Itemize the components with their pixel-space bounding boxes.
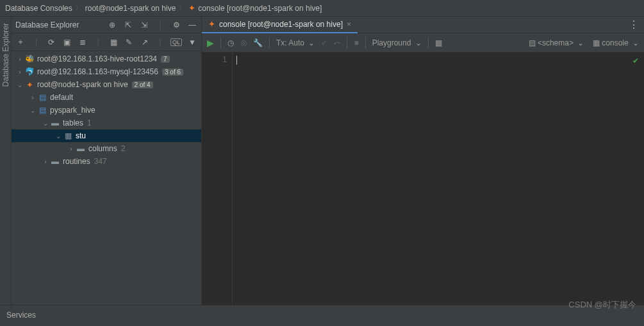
tree-schema[interactable]: ⌄ ▤ pyspark_hive <box>12 104 201 117</box>
history-icon[interactable]: ◷ <box>227 38 234 47</box>
target-icon[interactable]: ⊕ <box>107 20 117 29</box>
divider <box>365 37 366 49</box>
stop-icon[interactable]: ▣ <box>62 38 72 47</box>
mysql-icon: 🐬 <box>24 67 35 76</box>
services-label: Services <box>6 311 36 320</box>
folder-icon: ▬ <box>76 144 86 153</box>
playground-dropdown[interactable]: Playground ⌄ <box>372 38 422 47</box>
database-explorer-panel: Database Explorer ⊕ ⇱ ⇲ | ⚙ — + | ⟳ ▣ ≣ … <box>12 17 202 305</box>
check-icon[interactable]: ✔ <box>632 56 639 65</box>
tree-folder-columns[interactable]: › ▬ columns 2 <box>12 142 201 155</box>
grid-icon[interactable]: ▦ <box>108 38 119 47</box>
tree-folder-routines[interactable]: › ▬ routines 347 <box>12 155 201 168</box>
console-dropdown[interactable]: ▦ console ⌄ <box>593 38 639 47</box>
breadcrumb-console-label: console [root@node1-spark on hive] <box>198 4 322 13</box>
run-button[interactable]: ▶ <box>207 38 214 48</box>
editor-tabbar: ✦ console [root@node1-spark on hive] × ⋮ <box>202 17 644 33</box>
wrench-icon[interactable]: 🔧 <box>253 38 263 47</box>
tree-datasource[interactable]: ⌄ ✦ root@node1-spark on hive 2 of 4 <box>12 78 201 91</box>
divider <box>347 37 347 49</box>
chevron-right-icon: › <box>67 145 76 152</box>
gutter: 1 <box>202 53 233 305</box>
spark-icon: ✦ <box>24 80 35 90</box>
rollback-icon[interactable]: ⤺ <box>334 38 340 47</box>
expand-icon[interactable]: ⇲ <box>139 20 149 29</box>
tree-label: root@node1-spark on hive <box>37 80 128 89</box>
chevron-right-icon: 〉 <box>75 3 83 13</box>
tree-folder-tables[interactable]: ⌄ ▬ tables 1 <box>12 117 201 129</box>
database-explorer-vtab[interactable]: Database Explorer <box>1 20 10 89</box>
tree-datasource[interactable]: › 🐝 root@192.168.1.163-hive-root1234 7 <box>12 53 201 65</box>
breadcrumb-console[interactable]: ✦ console [root@node1-spark on hive] <box>188 3 322 13</box>
gear-icon[interactable]: ⚙ <box>171 20 181 29</box>
tree-label: root@192.168.1.163-hive-root1234 <box>37 54 157 63</box>
table-icon: ▦ <box>63 131 73 140</box>
explain-icon[interactable]: ◎ <box>240 38 247 47</box>
tree-label: stu <box>76 131 86 140</box>
code-editor[interactable]: 1 ✔ <box>202 53 644 305</box>
tool-window-stripe: Database Explorer <box>0 17 12 305</box>
divider <box>269 37 270 49</box>
count-badge: 3 of 6 <box>162 69 183 76</box>
stop-icon[interactable]: ■ <box>354 38 358 47</box>
tree-table-stu[interactable]: ⌄ ▦ stu <box>12 129 201 142</box>
stack-icon[interactable]: ≣ <box>78 38 88 47</box>
chevron-right-icon: › <box>41 158 50 165</box>
folder-icon: ▬ <box>50 118 60 127</box>
divider: | <box>155 20 165 29</box>
schema-dropdown[interactable]: ▤ <schema> ⌄ <box>529 38 584 47</box>
tree-label: tables <box>63 118 83 127</box>
tree-label: default <box>50 93 73 102</box>
spark-icon: ✦ <box>208 19 215 29</box>
breadcrumb-root[interactable]: Database Consoles <box>5 4 72 13</box>
chevron-right-icon: › <box>15 69 24 76</box>
add-icon[interactable]: + <box>15 38 26 47</box>
divider: | <box>93 38 103 47</box>
tree-label: columns <box>88 144 117 153</box>
count-label: 2 <box>121 144 126 153</box>
tree-schema[interactable]: › ▤ default <box>12 91 201 104</box>
chevron-down-icon: ⌄ <box>15 81 24 88</box>
editor-area: ✦ console [root@node1-spark on hive] × ⋮… <box>202 17 644 305</box>
pencil-icon[interactable]: ✎ <box>124 38 134 47</box>
tree-label: root@192.168.1.163-mysql-123456 <box>37 67 158 76</box>
tx-mode-dropdown[interactable]: Tx: Auto ⌄ <box>276 38 315 47</box>
services-panel-tab[interactable]: Services <box>0 305 644 324</box>
schema-icon: ▤ <box>37 93 47 102</box>
chevron-right-icon: › <box>15 56 24 63</box>
count-badge: 2 of 4 <box>132 81 153 88</box>
sidebar-toolbar: + | ⟳ ▣ ≣ | ▦ ✎ ↗ | QL ▼ <box>12 33 201 51</box>
text-cursor <box>236 56 237 65</box>
editor-tab-console[interactable]: ✦ console [root@node1-spark on hive] × <box>202 17 358 33</box>
divider: | <box>31 38 41 47</box>
more-icon[interactable]: ⋮ <box>629 19 639 31</box>
jump-icon[interactable]: ↗ <box>140 38 150 47</box>
divider <box>220 37 221 49</box>
divider: | <box>155 38 165 47</box>
view-icon[interactable]: ▦ <box>435 38 442 47</box>
breadcrumb: Database Consoles 〉 root@node1-spark on … <box>0 0 644 17</box>
line-number: 1 <box>207 55 227 64</box>
tree-label: pyspark_hive <box>50 106 95 115</box>
collapse-icon[interactable]: ⇱ <box>123 20 133 29</box>
ql-icon[interactable]: QL <box>170 38 182 46</box>
count-badge: 7 <box>161 56 170 63</box>
chevron-right-icon: › <box>28 94 37 101</box>
code-content[interactable] <box>233 53 644 305</box>
database-tree[interactable]: › 🐝 root@192.168.1.163-hive-root1234 7 ›… <box>12 51 201 305</box>
tree-datasource[interactable]: › 🐬 root@192.168.1.163-mysql-123456 3 of… <box>12 65 201 78</box>
chevron-down-icon: ⌄ <box>28 107 37 114</box>
sidebar-title: Database Explorer <box>15 20 79 29</box>
commit-icon[interactable]: ✓ <box>321 38 327 47</box>
console-toolbar: ▶ ◷ ◎ 🔧 Tx: Auto ⌄ ✓ ⤺ ■ Playground ⌄ ▦ … <box>202 33 644 53</box>
tab-label: console [root@node1-spark on hive] <box>219 20 343 29</box>
sidebar-header: Database Explorer ⊕ ⇱ ⇲ | ⚙ — <box>12 17 201 33</box>
breadcrumb-connection[interactable]: root@node1-spark on hive <box>85 4 176 13</box>
close-icon[interactable]: × <box>347 20 351 29</box>
refresh-icon[interactable]: ⟳ <box>46 38 56 47</box>
hive-icon: 🐝 <box>24 54 35 63</box>
filter-icon[interactable]: ▼ <box>187 38 197 47</box>
minimize-icon[interactable]: — <box>187 20 197 29</box>
chevron-down-icon: ⌄ <box>54 133 63 140</box>
spark-icon: ✦ <box>188 3 195 13</box>
